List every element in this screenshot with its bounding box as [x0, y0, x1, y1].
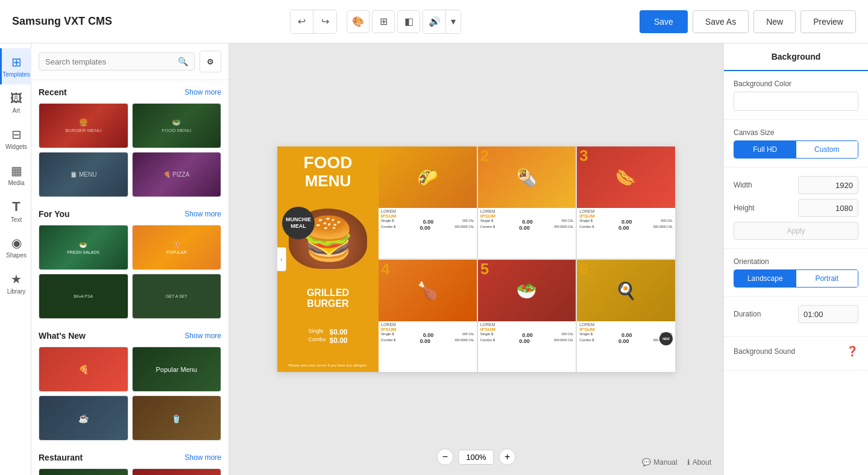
- menu-cell-content-4: LOREM IPSUM Single $0.00000 CAL Combo $0…: [379, 321, 477, 345]
- template-thumb[interactable]: Menu: [39, 468, 128, 475]
- paint-button[interactable]: 🎨: [347, 10, 370, 33]
- height-row: Height: [734, 199, 858, 217]
- canvas-area: ‹ FOODMENU MUNCHIE MEAL GRILLEDBURGER: [229, 43, 723, 475]
- zoom-controls: − 100% +: [436, 448, 515, 465]
- manual-icon: 💬: [642, 458, 651, 467]
- orientation-label: Orientation: [734, 257, 858, 266]
- template-thumb[interactable]: 📋 MENU: [39, 152, 128, 197]
- sidebar-item-art[interactable]: 🖼 Art: [0, 84, 31, 121]
- width-input[interactable]: [798, 176, 858, 194]
- info-icon: ℹ: [687, 458, 690, 467]
- about-link[interactable]: ℹ About: [687, 458, 711, 467]
- landscape-button[interactable]: Landscape: [734, 270, 796, 287]
- template-thumb[interactable]: ☕: [39, 395, 128, 441]
- background-color-input[interactable]: [734, 92, 858, 111]
- canvas-size-toggle: Full HD Custom: [734, 140, 858, 159]
- menu-cell-num-4: 4: [381, 261, 389, 277]
- template-thumb[interactable]: 🥗FRESH SALADS: [39, 225, 128, 270]
- redo-button[interactable]: ↪: [313, 10, 336, 33]
- section-for-you: For You Show more 🥗FRESH SALADS 🍕POPULAR…: [31, 202, 228, 324]
- sidebar-item-library[interactable]: ★ Library: [0, 265, 31, 301]
- menu-cell-1: 1 LOREM IPSUM Single $0.00000 CAL Combo …: [379, 146, 477, 259]
- search-box[interactable]: 🔍: [39, 52, 195, 71]
- show-more-recent[interactable]: Show more: [184, 88, 221, 96]
- collapse-handle[interactable]: ‹: [277, 247, 286, 271]
- canvas-inner: FOODMENU MUNCHIE MEAL GRILLEDBURGER Sing…: [277, 146, 675, 372]
- cell-lorem: LOREM: [480, 322, 574, 327]
- sidebar-item-media[interactable]: ▦ Media: [0, 157, 31, 193]
- save-button[interactable]: Save: [640, 10, 688, 33]
- template-thumb[interactable]: BK•A PSA: [39, 274, 128, 319]
- text-icon: T: [12, 199, 20, 215]
- height-input[interactable]: [798, 199, 858, 217]
- portrait-button[interactable]: Portrait: [796, 270, 858, 287]
- apply-button: Apply: [734, 222, 858, 240]
- duration-row: Duration: [734, 305, 858, 323]
- new-button[interactable]: New: [753, 10, 796, 33]
- cell-lorem: LOREM: [579, 209, 673, 213]
- duration-input[interactable]: [798, 305, 858, 323]
- cell-lorem: LOREM: [579, 322, 673, 327]
- show-more-for-you[interactable]: Show more: [184, 210, 221, 218]
- zoom-in-button[interactable]: +: [499, 448, 516, 465]
- background-color-label: Background Color: [734, 80, 858, 88]
- custom-button[interactable]: Custom: [796, 141, 858, 158]
- manual-link[interactable]: 💬 Manual: [642, 458, 677, 467]
- canvas-size-label: Canvas Size: [734, 128, 858, 137]
- sidebar-item-text[interactable]: T Text: [0, 193, 31, 229]
- show-more-restaurant[interactable]: Show more: [184, 453, 221, 462]
- topbar: Samsung VXT CMS ↩ ↪ 🎨 ⊞ ◧ 🔊 ▾ Save Save …: [0, 0, 868, 43]
- template-thumb[interactable]: 🍕: [39, 347, 128, 392]
- template-thumb[interactable]: 🍕 PIZZA: [132, 152, 222, 197]
- template-thumb[interactable]: 🥗FOOD MENU: [132, 103, 222, 148]
- cell-price-combo: Combo $0.00000-0000 CAL: [480, 225, 574, 231]
- main-layout: ⊞ Templates 🖼 Art ⊟ Widgets ▦ Media T Te…: [0, 43, 868, 475]
- section-header-restaurant: Restaurant Show more: [39, 453, 221, 462]
- sidebar-item-widgets[interactable]: ⊟ Widgets: [0, 121, 31, 157]
- template-thumb[interactable]: Popular Menu: [132, 347, 222, 392]
- template-thumb[interactable]: GET A SET: [132, 274, 222, 319]
- for-you-grid: 🥗FRESH SALADS 🍕POPULAR BK•A PSA GET A SE…: [39, 225, 221, 319]
- panel-title: Background: [724, 43, 868, 71]
- sidebar-item-label: Templates: [2, 71, 30, 78]
- burger-name: GRILLEDBURGER: [307, 288, 349, 309]
- preview-button[interactable]: Preview: [800, 10, 856, 33]
- search-input[interactable]: [45, 57, 178, 66]
- undo-redo-group: ↩ ↪: [290, 10, 337, 34]
- section-title-for-you: For You: [39, 209, 70, 219]
- menu-cell-content-5: LOREM IPSUM Single $0.00000 CAL Combo $0…: [478, 321, 576, 345]
- audio-button[interactable]: 🔊: [423, 10, 446, 33]
- search-icon: 🔍: [178, 57, 188, 66]
- table-button[interactable]: ⊞: [372, 10, 395, 33]
- template-thumb[interactable]: 🥤: [132, 395, 222, 441]
- template-thumb[interactable]: 2X1: [132, 468, 222, 475]
- menu-cell-5: 5 LOREM IPSUM Single $0.00000 CAL Combo …: [478, 260, 576, 372]
- sidebar-item-shapes[interactable]: ◉ Shapes: [0, 229, 31, 265]
- help-icon[interactable]: ❓: [846, 345, 858, 357]
- canvas-container: ‹ FOODMENU MUNCHIE MEAL GRILLEDBURGER: [277, 146, 675, 372]
- new-badge: NEW: [659, 332, 673, 345]
- show-more-whats-new[interactable]: Show more: [184, 332, 221, 340]
- menu-cell-3: 3 LOREM IPSUM Single $0.00000 CAL Combo …: [577, 146, 675, 259]
- art-icon: 🖼: [10, 92, 22, 105]
- full-hd-button[interactable]: Full HD: [734, 141, 796, 158]
- zoom-out-button[interactable]: −: [436, 448, 453, 465]
- section-restaurant: Restaurant Show more Menu 2X1 🥗 🍜: [31, 445, 228, 475]
- menu-cell-num-5: 5: [480, 261, 489, 277]
- template-thumb[interactable]: 🍕POPULAR: [132, 225, 222, 270]
- zoom-level: 100%: [458, 450, 494, 465]
- topbar-actions: Save Save As New Preview: [640, 10, 856, 33]
- section-title-restaurant: Restaurant: [39, 453, 83, 462]
- undo-button[interactable]: ↩: [291, 10, 313, 33]
- template-thumb[interactable]: 🍔BURGER MENU: [39, 103, 128, 148]
- audio-dropdown-button[interactable]: ▾: [446, 10, 461, 33]
- cell-price-single: Single $0.00000 CAL: [579, 219, 673, 225]
- library-icon: ★: [11, 272, 22, 286]
- menu-title: FOODMENU: [304, 154, 353, 189]
- save-as-button[interactable]: Save As: [693, 10, 749, 33]
- menu-cell-6: 6 NEW LOREM IPSUM Single $0.00000 CAL Co…: [577, 260, 675, 372]
- filter-button[interactable]: ⚙: [200, 51, 221, 72]
- cell-lorem: LOREM: [381, 209, 474, 213]
- sidebar-item-templates[interactable]: ⊞ Templates: [0, 48, 31, 84]
- layers-button[interactable]: ◧: [397, 10, 420, 33]
